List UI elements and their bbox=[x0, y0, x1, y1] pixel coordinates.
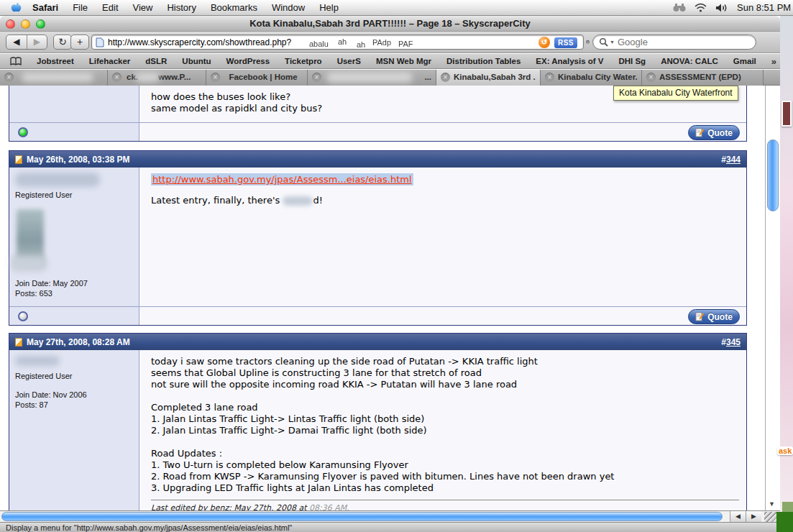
apple-menu-icon[interactable] bbox=[10, 1, 22, 14]
post-345-header: May 27th, 2008, 08:28 AM #345 bbox=[9, 334, 746, 350]
close-tab-icon[interactable]: × bbox=[441, 73, 450, 82]
binoculars-icon[interactable] bbox=[673, 3, 686, 12]
menubar-clock[interactable]: Sun 8:51 PM bbox=[737, 2, 793, 13]
redacted-username bbox=[15, 356, 60, 366]
bookmarks-book-icon[interactable] bbox=[10, 57, 22, 65]
bookmark-ubuntu[interactable]: Ubuntu bbox=[182, 57, 211, 65]
horizontal-scrollbar[interactable]: ◀ ▶ bbox=[0, 510, 780, 522]
join-date: Join Date: May 2007 bbox=[15, 279, 88, 288]
scroll-down-arrow-icon[interactable]: ▼ bbox=[769, 500, 775, 508]
tab-kinabalu-waterfront[interactable]: × Kinabalu City Water... bbox=[541, 70, 642, 86]
title-bar[interactable]: Kota Kinabalu,Sabah 3rd PART!!!!!! – Pag… bbox=[0, 16, 780, 32]
bookmark-jobstreet[interactable]: Jobstreet bbox=[37, 57, 74, 65]
close-tab-icon[interactable]: × bbox=[312, 73, 321, 82]
rss-button[interactable]: RSS bbox=[554, 37, 577, 48]
post-345-number[interactable]: #345 bbox=[721, 337, 741, 347]
user-title: Registered User bbox=[15, 191, 72, 199]
address-bar[interactable]: http://www.skyscrapercity.com/showthread… bbox=[91, 35, 584, 50]
tab-2[interactable]: × ck. www.P... bbox=[108, 70, 206, 86]
window-title: Kota Kinabalu,Sabah 3rd PART!!!!!! – Pag… bbox=[86, 18, 694, 29]
search-engine-caret-icon[interactable]: ▼ bbox=[610, 40, 615, 45]
quote-button[interactable]: Quote bbox=[688, 309, 740, 324]
quote-button[interactable]: Quote bbox=[688, 125, 740, 140]
bookmark-users[interactable]: UserS bbox=[337, 57, 361, 65]
reload-button[interactable]: ↻ bbox=[53, 35, 72, 50]
post-345-message: today i saw some tractors cleaning up th… bbox=[139, 350, 746, 510]
search-input[interactable] bbox=[618, 37, 750, 47]
desktop-photo-green bbox=[776, 512, 793, 532]
menu-file[interactable]: File bbox=[65, 0, 95, 16]
close-tab-icon[interactable]: × bbox=[211, 73, 220, 82]
post-text-line: Road Updates : bbox=[151, 448, 739, 459]
post-text-line: how does the buses look like? bbox=[151, 91, 322, 103]
horizontal-scrollbar-thumb[interactable] bbox=[1, 512, 723, 521]
volume-icon[interactable] bbox=[715, 3, 728, 13]
snapback-icon[interactable]: ↺ bbox=[538, 37, 550, 48]
tab-tooltip: Kota Kinabalu City Waterfront bbox=[613, 86, 738, 101]
bookmark-distribution-tables[interactable]: Distribution Tables bbox=[446, 57, 521, 65]
post-text-line: 2. Road from KWSP -> Karamunsing Flyover… bbox=[151, 471, 739, 482]
post-text-line: not sure will the opposite incoming road… bbox=[151, 379, 739, 390]
back-forward-control[interactable]: ◀ ▶ bbox=[6, 35, 47, 50]
bookmark-msn-web-mgr[interactable]: MSN Web Mgr bbox=[376, 57, 431, 65]
close-window-button[interactable] bbox=[6, 19, 15, 29]
forward-button[interactable]: ▶ bbox=[27, 35, 47, 49]
bookmark-ticketpro[interactable]: Ticketpro bbox=[285, 57, 322, 65]
google-search-field[interactable]: ▼ bbox=[592, 35, 756, 50]
bookmarks-overflow-chevron[interactable]: » bbox=[771, 56, 776, 67]
url-garbled-text: abalu ah ah PAdp PAF bbox=[301, 35, 516, 50]
desktop-photo-thumbnail bbox=[781, 101, 792, 127]
new-tab-button[interactable]: + bbox=[70, 35, 89, 50]
post-partial-user-cell bbox=[9, 86, 139, 122]
browser-toolbar: ◀ ▶ ↻ + http://www.skyscrapercity.com/sh… bbox=[0, 32, 780, 53]
tab-assessment-epd[interactable]: × ASSESSMENT (EPD) bbox=[642, 70, 764, 86]
page-favicon-icon bbox=[96, 37, 104, 47]
redacted-username bbox=[15, 173, 100, 187]
tab-kinabalu-thread-active[interactable]: × Kinabalu,Sabah 3rd ... bbox=[436, 70, 541, 86]
close-tab-icon[interactable]: × bbox=[545, 73, 554, 82]
bookmark-dslr[interactable]: dSLR bbox=[145, 57, 167, 65]
menu-history[interactable]: History bbox=[160, 0, 203, 16]
join-date: Join Date: Nov 2006 bbox=[15, 390, 87, 399]
close-tab-icon[interactable]: × bbox=[4, 73, 14, 82]
post-text: Latest entry, finally, there's bbox=[151, 195, 283, 206]
redacted-word bbox=[283, 196, 313, 206]
post-text: d! bbox=[313, 195, 322, 206]
tab-1[interactable]: × bbox=[0, 70, 108, 86]
bookmark-anova-calc[interactable]: ANOVA: CALC bbox=[661, 57, 718, 65]
tab-4[interactable]: × ... bbox=[308, 70, 436, 86]
zoom-window-button[interactable] bbox=[36, 19, 45, 29]
back-button[interactable]: ◀ bbox=[6, 35, 27, 49]
post-icon bbox=[15, 338, 22, 347]
bookmark-wordpress[interactable]: WordPress bbox=[226, 57, 270, 65]
post-345-user-cell: Registered User Join Date: Nov 2006 Post… bbox=[9, 350, 139, 510]
sabah-gov-link[interactable]: http://www.sabah.gov.my/jpas/Assessm...e… bbox=[151, 173, 413, 185]
post-text-line: 1. Jalan Lintas Traffic Light-> Lintas T… bbox=[151, 413, 739, 425]
menu-view[interactable]: View bbox=[126, 0, 160, 16]
menu-bookmarks[interactable]: Bookmarks bbox=[203, 0, 265, 16]
wifi-icon[interactable] bbox=[695, 3, 707, 12]
scroll-left-arrow-icon[interactable]: ◀ bbox=[730, 511, 746, 522]
bookmark-gmail[interactable]: Gmail bbox=[733, 57, 756, 65]
search-icon bbox=[599, 37, 608, 47]
bookmark-dhi-sg[interactable]: DHI Sg bbox=[618, 57, 646, 65]
menu-safari[interactable]: Safari bbox=[25, 0, 65, 16]
vertical-scrollbar-thumb[interactable] bbox=[767, 139, 779, 211]
menu-window[interactable]: Window bbox=[265, 0, 312, 16]
bookmark-ex-analysis[interactable]: EX: Analysis of V bbox=[536, 57, 603, 65]
post-text-line: 1. Two U-turn is completed below Karamun… bbox=[151, 459, 739, 471]
tab-bar: × × ck. www.P... × Facebook | Home × ...… bbox=[0, 70, 780, 86]
bookmark-lifehacker[interactable]: Lifehacker bbox=[89, 57, 131, 65]
minimize-window-button[interactable] bbox=[21, 19, 30, 29]
menu-edit[interactable]: Edit bbox=[95, 0, 125, 16]
post-344-date: May 26th, 2008, 03:38 PM bbox=[27, 155, 129, 165]
close-tab-icon[interactable]: × bbox=[646, 73, 656, 82]
post-345-date: May 27th, 2008, 08:28 AM bbox=[27, 337, 130, 347]
post-344-number[interactable]: #344 bbox=[721, 155, 741, 165]
redacted-blur bbox=[11, 255, 47, 271]
close-tab-icon[interactable]: × bbox=[112, 73, 122, 82]
menu-help[interactable]: Help bbox=[312, 0, 346, 16]
tab-facebook[interactable]: × Facebook | Home bbox=[206, 70, 308, 86]
scroll-right-arrow-icon[interactable]: ▶ bbox=[746, 511, 761, 522]
offline-status-icon bbox=[18, 311, 28, 321]
